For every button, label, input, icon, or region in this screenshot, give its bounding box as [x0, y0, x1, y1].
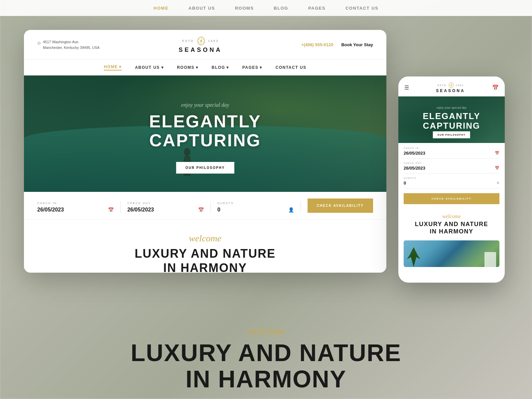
background-bottom: welcome LUXURY AND NATURE IN HARMONY [0, 326, 532, 399]
our-philosophy-button[interactable]: OUR PHILOSOPHY [176, 162, 234, 174]
mobile-welcome-script: welcome [404, 213, 499, 219]
seasona-logo-icon [196, 36, 206, 46]
welcome-section: welcome LUXURY AND NATURE IN HARMONY [24, 220, 386, 273]
hero-title: ELEGANTLY CAPTURING [24, 112, 386, 150]
welcome-script: welcome [37, 233, 373, 244]
welcome-title: LUXURY AND NATURE IN HARMONY [37, 246, 373, 273]
hero-title-line1: ELEGANTLY [24, 112, 386, 131]
mobile-welcome-line1: LUXURY AND NATURE [404, 221, 499, 228]
mobile-hero-title: ELEGANTLY CAPTURING [398, 111, 505, 130]
desktop-nav: HOME ▾ ABOUT US ▾ ROOMS ▾ BLOG ▾ PAGES ▾… [24, 60, 386, 75]
welcome-title-line1: LUXURY AND NATURE [37, 246, 373, 261]
mobile-logo-name: SEASONA [436, 88, 465, 93]
mobile-close-icon: ✕ [496, 181, 499, 185]
svg-point-4 [451, 85, 452, 86]
desktop-mockup: ⊙ 4517 Washington Ave. Manchester, Kentu… [24, 30, 386, 273]
guests-label: GUESTS [217, 201, 294, 205]
nav-chevron-icon: ▾ [226, 65, 229, 70]
svg-point-1 [200, 40, 202, 42]
desktop-hero: enjoy your special day ELEGANTLY CAPTURI… [24, 75, 386, 192]
mobile-hero-title-line1: ELEGANTLY [398, 111, 505, 121]
mobile-calendar-icon: 📅 [495, 166, 499, 170]
mobile-checkout-field: CHECK OUT 26/05/2023 📅 [404, 162, 499, 174]
mobile-booking: CHECK IN 26/05/2023 📅 CHECK OUT 26/05/20… [398, 143, 505, 208]
guests-value: 0 👤 [217, 207, 294, 213]
checkin-label: CHECK IN [37, 201, 114, 205]
booking-bar: CHECK IN 26/05/2023 📅 CHECK OUT 26/05/20… [24, 192, 386, 220]
nav-chevron-icon: ▾ [196, 65, 199, 70]
mobile-welcome-title: LUXURY AND NATURE IN HARMONY [404, 221, 499, 235]
mobile-checkout-label: CHECK OUT [404, 162, 499, 164]
nav-blog[interactable]: BLOG ▾ [211, 65, 229, 70]
mobile-guests-label: GUESTS [404, 177, 499, 179]
checkin-field: CHECK IN 26/05/2023 📅 [37, 201, 121, 213]
header-address: ⊙ 4517 Washington Ave. Manchester, Kentu… [37, 39, 100, 50]
checkout-label: CHECK OUT [127, 201, 204, 205]
mobile-hero-title-line2: CAPTURING [398, 121, 505, 131]
bg-main-title: LUXURY AND NATURE IN HARMONY [131, 340, 401, 392]
mobile-guests-field: GUESTS 0 ✕ [404, 177, 499, 189]
bg-nav-blog: BLOG [274, 6, 288, 11]
welcome-title-line2: IN HARMONY [37, 261, 373, 273]
bg-nav-home: HOME [154, 6, 169, 11]
mobile-checkout-value: 26/05/2023 📅 [404, 166, 499, 171]
book-stay-button[interactable]: Book Your Stay [341, 42, 373, 47]
bg-welcome-script: welcome [247, 325, 285, 337]
mobile-welcome-line2: IN HARMONY [404, 228, 499, 235]
hero-subtitle: enjoy your special day [24, 102, 386, 108]
person-icon: 👤 [288, 207, 294, 212]
hamburger-icon[interactable]: ☰ [404, 84, 409, 91]
nav-chevron-icon: ▾ [260, 65, 262, 70]
check-availability-button[interactable]: CHECK AVAILABILITY [308, 199, 373, 213]
checkin-value: 26/05/2023 📅 [37, 207, 114, 213]
nav-rooms[interactable]: ROOMS ▾ [177, 65, 198, 70]
checkout-field: CHECK OUT 26/05/2023 📅 [121, 201, 211, 213]
background-nav: HOME ABOUT US ROOMS BLOG PAGES CONTACT U… [0, 0, 532, 16]
mobile-logo-estd: ESTD 1983 [436, 82, 465, 88]
nav-contact[interactable]: CONTACT US [276, 65, 307, 70]
mobile-logo: ESTD 1983 SEASONA [436, 82, 465, 93]
header-right: +(406) 555-0120 Book Your Stay [301, 42, 373, 47]
mobile-checkin-label: CHECK IN [404, 147, 499, 149]
mobile-guests-value: 0 ✕ [404, 181, 499, 186]
calendar-icon: 📅 [108, 207, 114, 212]
nav-home[interactable]: HOME ▾ [104, 65, 122, 70]
address-line2: Manchester, Kentucky 39495, USA [43, 45, 100, 51]
desktop-header: ⊙ 4517 Washington Ave. Manchester, Kentu… [24, 30, 386, 60]
nav-chevron-icon: ▾ [119, 65, 122, 69]
mobile-welcome: welcome LUXURY AND NATURE IN HARMONY [398, 208, 505, 240]
checkout-value: 26/05/2023 📅 [127, 207, 204, 213]
bg-nav-pages: PAGES [308, 6, 326, 11]
hero-title-line2: CAPTURING [24, 131, 386, 150]
bg-title-line1: LUXURY AND NATURE [131, 340, 401, 366]
mobile-calendar-icon: 📅 [495, 151, 499, 155]
bg-nav-rooms: ROOMS [235, 6, 254, 11]
address-line1: 4517 Washington Ave. [43, 39, 100, 45]
bg-title-line2: IN HARMONY [131, 366, 401, 392]
mobile-check-availability-button[interactable]: CHECK AVAILABILITY [404, 193, 499, 204]
mobile-checkin-field: CHECK IN 26/05/2023 📅 [404, 147, 499, 159]
building-icon [484, 252, 496, 267]
mobile-header: ☰ ESTD 1983 SEASONA 📅 [398, 76, 505, 96]
nav-pages[interactable]: PAGES ▾ [242, 65, 262, 70]
nav-about[interactable]: ABOUT US ▾ [135, 65, 164, 70]
logo-estd: ESTD 1983 [179, 36, 222, 46]
header-logo: ESTD 1983 SEASONA [179, 36, 222, 54]
mobile-calendar-icon[interactable]: 📅 [492, 84, 499, 91]
mobile-hero: enjoy your special day ELEGANTLY CAPTURI… [398, 96, 505, 143]
logo-name: SEASONA [179, 47, 222, 54]
bg-nav-about: ABOUT US [189, 6, 215, 11]
mobile-checkin-value: 26/05/2023 📅 [404, 151, 499, 156]
bg-nav-contact: CONTACT US [345, 6, 378, 11]
calendar-icon: 📅 [198, 207, 204, 212]
mobile-our-philosophy-button[interactable]: OUR PHILOSOPHY [433, 131, 470, 138]
mobile-hero-subtitle: enjoy your special day [398, 106, 505, 109]
guests-field: GUESTS 0 👤 [211, 201, 301, 213]
header-phone: +(406) 555-0120 [301, 42, 333, 47]
nav-chevron-icon: ▾ [161, 65, 164, 70]
location-icon: ⊙ [37, 40, 41, 47]
mobile-resort-image [404, 240, 499, 267]
mobile-mockup: ☰ ESTD 1983 SEASONA 📅 enjoy your special… [398, 76, 505, 283]
mobile-seasona-logo-icon [448, 82, 455, 88]
